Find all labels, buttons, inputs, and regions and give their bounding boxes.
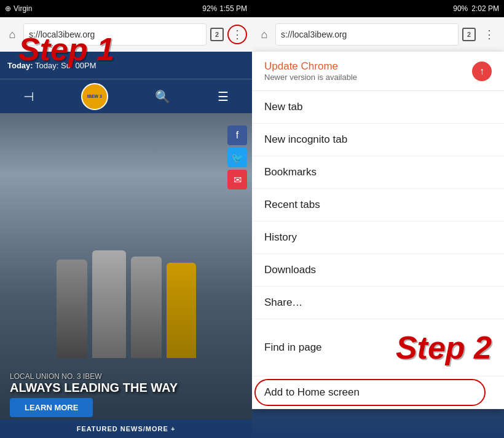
email-icon[interactable]: ✉: [227, 170, 247, 189]
website-nav: ⊣ IBEW 3 🔍 ☰: [0, 79, 252, 113]
hamburger-icon[interactable]: ☰: [218, 89, 229, 104]
update-chrome-title: Update Chrome: [264, 60, 357, 73]
social-icons: f 🐦 ✉: [227, 125, 247, 189]
url-text: s://local3ibew.org: [29, 30, 95, 39]
website-header: Today: Today: Su 00PM: [0, 52, 252, 79]
three-dot-right[interactable]: ⋮: [479, 25, 499, 44]
menu-item-new-tab[interactable]: New tab: [252, 91, 504, 124]
hero-image: f 🐦 ✉ LOCAL UNION NO. 3 IBEW ALWAYS LEAD…: [0, 113, 252, 420]
update-chrome-text: Update Chrome Newer version is available: [264, 60, 357, 82]
menu-item-bookmarks[interactable]: Bookmarks: [252, 156, 504, 189]
battery-text-left: 92%: [202, 4, 217, 13]
twitter-icon[interactable]: 🐦: [227, 148, 247, 167]
worker-figure-1: [57, 260, 87, 358]
menu-item-share[interactable]: Share…: [252, 287, 504, 319]
learn-more-button[interactable]: LEARN MORE: [10, 398, 93, 417]
battery-right: 90%: [453, 4, 468, 13]
three-dot-menu-button[interactable]: ⋮: [227, 25, 247, 44]
carrier-info: ⊕ Virgin: [5, 4, 32, 13]
worker-figures: [0, 235, 252, 358]
website-content: f 🐦 ✉ LOCAL UNION NO. 3 IBEW ALWAYS LEAD…: [0, 113, 252, 420]
right-panel: 90% 2:02 PM ⌂ s://local3ibew.org 2 ⋮ ALV…: [252, 0, 504, 438]
search-nav-icon[interactable]: 🔍: [155, 89, 170, 104]
tab-count-badge-right[interactable]: 2: [462, 28, 476, 41]
url-text-right: s://local3ibew.org: [281, 30, 347, 39]
ibew-logo: IBEW 3: [81, 83, 108, 110]
chrome-bar-left: ⌂ s://local3ibew.org 2 ⋮: [0, 17, 252, 52]
tab-count-badge[interactable]: 2: [210, 28, 224, 41]
chrome-dropdown-menu: Update Chrome Newer version is available…: [252, 52, 504, 409]
update-arrow-icon: ↑: [472, 62, 492, 81]
virgin-icon: ⊕: [5, 4, 11, 13]
worker-figure-2: [92, 250, 126, 358]
worker-figure-3: [131, 257, 162, 358]
home-icon-right[interactable]: ⌂: [257, 27, 272, 42]
status-right-info: 90% 2:02 PM: [453, 4, 499, 13]
today-label: Today: Today: Su 00PM: [7, 61, 96, 70]
time-right: 2:02 PM: [471, 4, 499, 13]
union-text: LOCAL UNION NO. 3 IBEW: [10, 372, 242, 381]
status-bar-left: ⊕ Virgin 92% 1:55 PM: [0, 0, 252, 17]
status-icons-left: 92% 1:55 PM: [202, 4, 247, 13]
chrome-bar-right: ⌂ s://local3ibew.org 2 ⋮: [252, 17, 504, 52]
overlay-text: LOCAL UNION NO. 3 IBEW ALWAYS LEADING TH…: [0, 367, 252, 420]
menu-item-history[interactable]: History: [252, 221, 504, 254]
address-bar-left[interactable]: s://local3ibew.org: [23, 23, 207, 46]
menu-item-new-incognito-tab[interactable]: New incognito tab: [252, 124, 504, 156]
carrier-label: Virgin: [14, 4, 32, 13]
tagline-text: ALWAYS LEADING THE WAY: [10, 381, 242, 394]
menu-item-recent-tabs[interactable]: Recent tabs: [252, 189, 504, 221]
time-left: 1:55 PM: [219, 4, 247, 13]
menu-item-downloads[interactable]: Downloads: [252, 254, 504, 287]
step2-label: Step 2: [396, 329, 492, 366]
home-icon[interactable]: ⌂: [5, 27, 20, 42]
update-chrome-sub: Newer version is available: [264, 73, 357, 82]
login-icon[interactable]: ⊣: [23, 89, 34, 104]
left-panel: ⊕ Virgin 92% 1:55 PM ⌂ s://local3ibew.or…: [0, 0, 252, 438]
featured-bar-left: FEATURED NEWS/MORE +: [0, 420, 252, 438]
address-bar-right[interactable]: s://local3ibew.org: [275, 23, 459, 46]
status-bar-right: 90% 2:02 PM: [252, 0, 504, 17]
update-chrome-row[interactable]: Update Chrome Newer version is available…: [252, 52, 504, 91]
menu-item-add-to-home[interactable]: Add to Home screen: [252, 376, 504, 409]
worker-figure-4: [167, 263, 196, 358]
menu-item-find-in-page[interactable]: Find in page Step 2: [252, 319, 504, 376]
facebook-icon[interactable]: f: [227, 125, 247, 145]
